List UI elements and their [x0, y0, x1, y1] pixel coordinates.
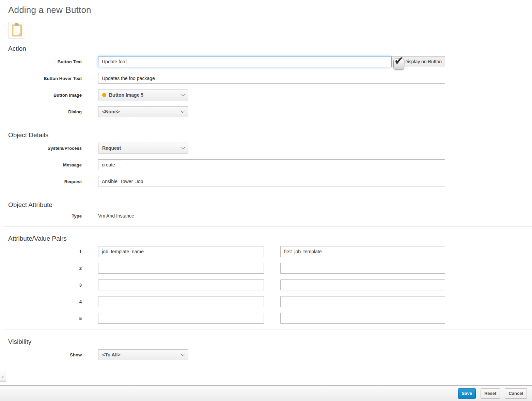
explorer-panel-toggle[interactable]: › [0, 371, 6, 382]
value-1-input[interactable] [280, 246, 445, 257]
attribute-2-input[interactable] [98, 263, 264, 274]
show-row: Show <To All> [8, 349, 532, 360]
display-on-button-checkbox[interactable]: ✔ [393, 59, 404, 69]
chevron-down-icon [181, 109, 185, 113]
attribute-5-input[interactable] [98, 313, 264, 324]
attribute-value-row: 5 [8, 313, 532, 324]
button-image-label: Button Image [8, 93, 82, 98]
attribute-value-row: 2 [8, 263, 532, 274]
button-image-dot-icon [102, 93, 106, 97]
pair-index: 1 [8, 249, 82, 254]
attribute-3-input[interactable] [98, 279, 264, 290]
attribute-value-row: 4 [8, 296, 532, 307]
chevron-down-icon [181, 92, 185, 96]
system-process-row: System/Process Request [8, 143, 532, 154]
section-title-object-details: Object Details [8, 131, 532, 139]
message-input[interactable] [98, 159, 445, 170]
button-text-input-group: ✔ Display on Button [98, 56, 445, 67]
object-details-section: System/Process Request Message Request [8, 143, 532, 187]
button-image-dropdown[interactable]: Button Image 5 [98, 90, 188, 100]
value-4-input[interactable] [280, 296, 445, 307]
text-caret [126, 59, 126, 65]
main-content: Adding a new Button Action Button Text ✔… [0, 0, 532, 401]
section-title-object-attribute: Object Attribute [8, 201, 532, 209]
button-hover-text-label: Button Hover Text [8, 76, 82, 81]
button-screen-icon [8, 22, 25, 39]
attribute-value-row: 3 [8, 279, 532, 290]
checkbox-check-icon: ✔ [394, 55, 404, 66]
value-2-input[interactable] [280, 263, 445, 274]
button-text-input[interactable] [98, 56, 392, 67]
pair-index: 3 [8, 283, 82, 288]
section-title-visibility: Visibility [8, 338, 532, 346]
system-process-value: Request [102, 145, 181, 151]
clipboard-icon [12, 25, 22, 36]
button-text-label: Button Text [8, 59, 82, 64]
display-on-button-label: Display on Button [404, 59, 442, 64]
save-button[interactable]: Save [458, 388, 476, 399]
type-value: Vm And Instance [98, 213, 134, 219]
show-value: <To All> [102, 352, 181, 357]
button-text-row: Button Text ✔ Display on Button [8, 56, 532, 67]
attribute-value-pairs-section: 1 2 3 4 5 [8, 246, 532, 324]
pair-index: 2 [8, 266, 82, 271]
section-title-action: Action [8, 45, 532, 52]
clipboard-paper [13, 26, 20, 35]
message-row: Message [8, 159, 532, 170]
pair-index: 5 [8, 316, 82, 321]
value-5-input[interactable] [280, 313, 445, 324]
pair-index: 4 [8, 299, 82, 304]
attribute-4-input[interactable] [98, 296, 264, 307]
visibility-section: Show <To All> [8, 349, 532, 360]
system-process-label: System/Process [8, 146, 82, 151]
cancel-button[interactable]: Cancel [505, 388, 527, 399]
button-image-value: Button Image 5 [109, 92, 143, 98]
action-section: Button Text ✔ Display on Button Button H… [8, 56, 532, 117]
dialog-value: <None> [102, 109, 181, 114]
chevron-down-icon [181, 145, 185, 149]
page-title: Adding a new Button [8, 4, 532, 16]
button-hover-text-input[interactable] [98, 73, 445, 84]
show-dropdown[interactable]: <To All> [98, 349, 188, 360]
display-on-button-addon: ✔ Display on Button [392, 56, 445, 67]
section-divider [3, 123, 532, 123]
section-divider [3, 330, 532, 330]
value-3-input[interactable] [280, 279, 445, 290]
type-row: Type Vm And Instance [8, 212, 532, 219]
section-divider [3, 226, 532, 227]
dialog-row: Dialog <None> [8, 106, 532, 117]
button-image-row: Button Image Button Image 5 [8, 90, 532, 100]
button-hover-text-row: Button Hover Text [8, 73, 532, 84]
request-label: Request [8, 179, 82, 184]
type-label: Type [8, 213, 82, 219]
show-label: Show [8, 352, 82, 357]
system-process-dropdown[interactable]: Request [98, 143, 188, 154]
attribute-1-input[interactable] [98, 246, 264, 257]
request-row: Request [8, 176, 532, 187]
request-input[interactable] [98, 176, 445, 187]
attribute-value-row: 1 [8, 246, 532, 257]
dialog-dropdown[interactable]: <None> [98, 106, 188, 117]
reset-button[interactable]: Reset [481, 388, 500, 399]
form-buttons-bar: Save Reset Cancel [0, 385, 532, 401]
object-attribute-section: Type Vm And Instance [8, 212, 532, 219]
message-label: Message [8, 162, 82, 167]
clipboard-clip [15, 23, 19, 26]
chevron-right-icon: › [2, 373, 4, 379]
dialog-label: Dialog [8, 109, 82, 114]
section-divider [3, 193, 532, 193]
section-title-attribute-value-pairs: Attribute/Value Pairs [8, 235, 532, 242]
chevron-down-icon [181, 352, 185, 356]
